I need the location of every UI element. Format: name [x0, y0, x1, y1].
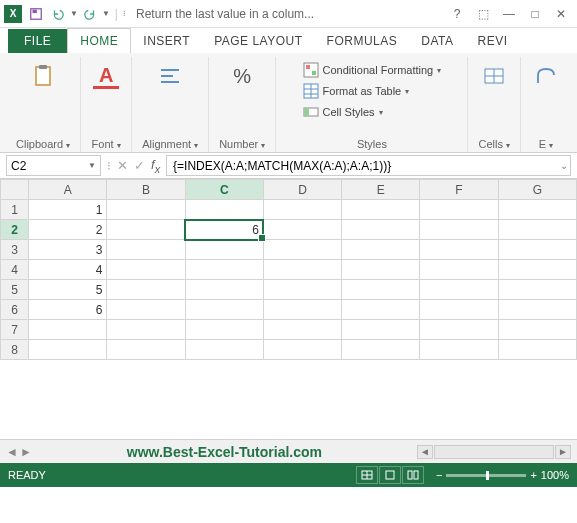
font-button[interactable]: A: [91, 61, 121, 91]
enter-formula-button[interactable]: ✓: [134, 158, 145, 173]
view-page-break-button[interactable]: [402, 466, 424, 484]
cell[interactable]: [498, 280, 576, 300]
minimize-button[interactable]: —: [497, 4, 521, 24]
cell[interactable]: [342, 320, 420, 340]
formula-expand-button[interactable]: ⌄: [560, 160, 568, 171]
tab-page-layout[interactable]: PAGE LAYOUT: [202, 29, 314, 53]
row-header-7[interactable]: 7: [1, 320, 29, 340]
col-header-D[interactable]: D: [263, 180, 341, 200]
tab-formulas[interactable]: FORMULAS: [315, 29, 410, 53]
cell[interactable]: [342, 200, 420, 220]
qat-customize[interactable]: ⁝: [123, 9, 126, 18]
col-header-C[interactable]: C: [185, 180, 263, 200]
editing-button[interactable]: [531, 61, 561, 91]
cell[interactable]: [107, 340, 185, 360]
cell[interactable]: [107, 260, 185, 280]
cell[interactable]: [420, 240, 498, 260]
row-header-3[interactable]: 3: [1, 240, 29, 260]
zoom-out-button[interactable]: −: [436, 469, 442, 481]
save-button[interactable]: [26, 4, 46, 24]
name-box-more[interactable]: ⁝: [107, 159, 111, 173]
alignment-button[interactable]: [155, 61, 185, 91]
sheet-prev-button[interactable]: ◄: [6, 445, 18, 459]
format-as-table-button[interactable]: Format as Table ▾: [303, 82, 410, 100]
cell[interactable]: [498, 340, 576, 360]
cell[interactable]: [498, 320, 576, 340]
col-header-A[interactable]: A: [29, 180, 107, 200]
ribbon-toggle-button[interactable]: ⬚: [471, 4, 495, 24]
tab-insert[interactable]: INSERT: [131, 29, 202, 53]
zoom-value[interactable]: 100%: [541, 469, 569, 481]
cell[interactable]: [263, 300, 341, 320]
undo-dropdown[interactable]: ▼: [70, 9, 78, 18]
col-header-F[interactable]: F: [420, 180, 498, 200]
cancel-formula-button[interactable]: ✕: [117, 158, 128, 173]
cell-styles-button[interactable]: Cell Styles ▾: [303, 103, 383, 121]
cell[interactable]: [420, 260, 498, 280]
cell-A2[interactable]: 2: [29, 220, 107, 240]
zoom-slider[interactable]: [446, 474, 526, 477]
cell[interactable]: [342, 260, 420, 280]
view-normal-button[interactable]: [356, 466, 378, 484]
close-button[interactable]: ✕: [549, 4, 573, 24]
cell[interactable]: [498, 260, 576, 280]
cell[interactable]: [420, 300, 498, 320]
cells-launcher[interactable]: ▾: [506, 141, 510, 150]
row-header-2[interactable]: 2: [1, 220, 29, 240]
cell[interactable]: [498, 220, 576, 240]
cell[interactable]: [29, 340, 107, 360]
redo-dropdown[interactable]: ▼: [102, 9, 110, 18]
cell[interactable]: [420, 280, 498, 300]
cell[interactable]: [420, 220, 498, 240]
cell[interactable]: [420, 200, 498, 220]
number-button[interactable]: %: [227, 61, 257, 91]
row-header-1[interactable]: 1: [1, 200, 29, 220]
cell[interactable]: [263, 320, 341, 340]
hscroll-bar[interactable]: [434, 445, 554, 459]
col-header-E[interactable]: E: [342, 180, 420, 200]
hscroll-left[interactable]: ◄: [417, 445, 433, 459]
col-header-G[interactable]: G: [498, 180, 576, 200]
sheet-next-button[interactable]: ►: [20, 445, 32, 459]
editing-launcher[interactable]: ▾: [549, 141, 553, 150]
conditional-formatting-button[interactable]: Conditional Formatting ▾: [303, 61, 442, 79]
cell[interactable]: [342, 280, 420, 300]
cell[interactable]: [342, 240, 420, 260]
cell-A4[interactable]: 4: [29, 260, 107, 280]
cell[interactable]: [263, 260, 341, 280]
cell[interactable]: [107, 300, 185, 320]
cell[interactable]: [498, 300, 576, 320]
redo-button[interactable]: [80, 4, 100, 24]
cell[interactable]: [420, 340, 498, 360]
undo-button[interactable]: [48, 4, 68, 24]
clipboard-launcher[interactable]: ▾: [66, 141, 70, 150]
select-all-corner[interactable]: [1, 180, 29, 200]
number-launcher[interactable]: ▾: [261, 141, 265, 150]
cell-A5[interactable]: 5: [29, 280, 107, 300]
fx-icon[interactable]: fx: [151, 157, 160, 175]
cell-A3[interactable]: 3: [29, 240, 107, 260]
cell[interactable]: [185, 320, 263, 340]
cell-A1[interactable]: 1: [29, 200, 107, 220]
cell[interactable]: [107, 280, 185, 300]
cell[interactable]: [185, 240, 263, 260]
col-header-B[interactable]: B: [107, 180, 185, 200]
cell[interactable]: [263, 220, 341, 240]
clipboard-button[interactable]: [28, 61, 58, 91]
cell[interactable]: [185, 260, 263, 280]
name-box[interactable]: C2 ▼: [6, 155, 101, 176]
cell[interactable]: [342, 340, 420, 360]
tab-home[interactable]: HOME: [67, 28, 131, 53]
cell[interactable]: [185, 280, 263, 300]
cell[interactable]: [263, 240, 341, 260]
cell[interactable]: [185, 200, 263, 220]
cell[interactable]: [185, 340, 263, 360]
sheet-tab-link[interactable]: www.Best-Excel-Tutorial.com: [38, 444, 411, 460]
name-box-dropdown[interactable]: ▼: [88, 161, 96, 170]
maximize-button[interactable]: □: [523, 4, 547, 24]
tab-data[interactable]: DATA: [409, 29, 465, 53]
cell[interactable]: [185, 300, 263, 320]
cell[interactable]: [263, 280, 341, 300]
tab-review[interactable]: REVI: [465, 29, 519, 53]
hscroll-right[interactable]: ►: [555, 445, 571, 459]
